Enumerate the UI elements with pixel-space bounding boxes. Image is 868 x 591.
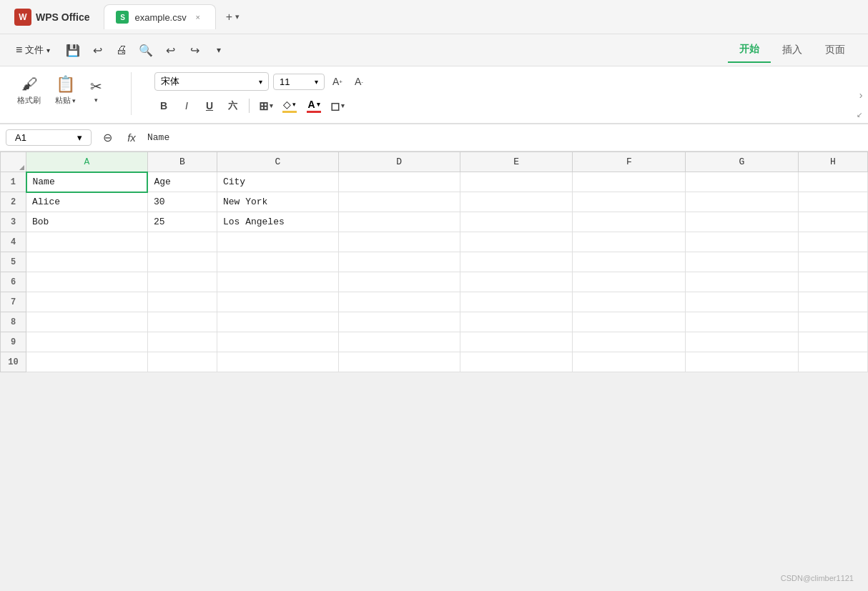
new-tab-button[interactable]: + ▾: [219, 6, 247, 28]
cell-r2-c1[interactable]: Alice: [26, 192, 148, 212]
cell-r8-c1[interactable]: [26, 312, 148, 332]
cell-r2-c2[interactable]: 30: [147, 192, 217, 212]
format-brush-button[interactable]: 🖌 格式刷: [11, 72, 46, 109]
cell-r6-c2[interactable]: [147, 272, 217, 292]
redo-icon[interactable]: ↪: [184, 40, 204, 60]
tab-page[interactable]: 页面: [814, 38, 857, 62]
tab-close-button[interactable]: ×: [192, 11, 204, 23]
cell-r7-c2[interactable]: [147, 292, 217, 312]
cell-r3-c3[interactable]: Los Angeles: [217, 212, 338, 232]
cell-r6-c5[interactable]: [460, 272, 573, 292]
col-header-d[interactable]: D: [338, 152, 460, 172]
cell-r9-c7[interactable]: [686, 332, 799, 352]
recover-icon[interactable]: ↩: [87, 40, 107, 60]
cell-r4-c2[interactable]: [147, 232, 217, 252]
bold-button[interactable]: B: [154, 96, 173, 115]
font-size-select[interactable]: 11 ▾: [273, 74, 325, 90]
cell-r3-c2[interactable]: 25: [147, 212, 217, 232]
cell-r6-c4[interactable]: [338, 272, 460, 292]
cell-r9-c2[interactable]: [147, 332, 217, 352]
cell-r5-c8[interactable]: [798, 252, 867, 272]
cell-r8-c5[interactable]: [460, 312, 573, 332]
cell-r1-c5[interactable]: [460, 172, 573, 192]
font-size-decrease-button[interactable]: A-: [350, 73, 368, 90]
cell-r7-c8[interactable]: [798, 292, 867, 312]
cell-r5-c2[interactable]: [147, 252, 217, 272]
more-toolbar-icon[interactable]: ▾: [209, 40, 229, 60]
cell-r10-c1[interactable]: [26, 352, 148, 372]
cell-r1-c6[interactable]: [573, 172, 686, 192]
cell-r3-c1[interactable]: Bob: [26, 212, 148, 232]
cell-r10-c4[interactable]: [338, 352, 460, 372]
cell-r1-c4[interactable]: [338, 172, 460, 192]
cell-r9-c5[interactable]: [460, 332, 573, 352]
formula-input[interactable]: [147, 132, 862, 143]
cell-r8-c3[interactable]: [217, 312, 338, 332]
borders-button[interactable]: ⊞ ▾: [257, 96, 275, 115]
cell-r7-c6[interactable]: [573, 292, 686, 312]
cell-r7-c1[interactable]: [26, 292, 148, 312]
highlight-color-button[interactable]: ◇▾: [280, 97, 300, 114]
cell-r4-c7[interactable]: [686, 232, 799, 252]
cell-r10-c3[interactable]: [217, 352, 338, 372]
cell-r7-c4[interactable]: [338, 292, 460, 312]
cell-r1-c1[interactable]: Name: [26, 172, 148, 192]
cell-r8-c7[interactable]: [686, 312, 799, 332]
font-name-select[interactable]: 宋体 ▾: [154, 72, 269, 91]
wps-logo[interactable]: W WPS Office: [6, 4, 98, 30]
cell-reference[interactable]: A1 ▾: [6, 129, 92, 146]
search-icon[interactable]: 🔍: [136, 40, 156, 60]
cell-r2-c8[interactable]: [798, 192, 867, 212]
cell-r3-c7[interactable]: [686, 212, 799, 232]
cell-r4-c8[interactable]: [798, 232, 867, 252]
cell-r8-c6[interactable]: [573, 312, 686, 332]
cell-r1-c8[interactable]: [798, 172, 867, 192]
cell-r2-c5[interactable]: [460, 192, 573, 212]
cell-r5-c1[interactable]: [26, 252, 148, 272]
cell-r2-c4[interactable]: [338, 192, 460, 212]
undo-icon[interactable]: ↩: [160, 40, 180, 60]
cell-r10-c7[interactable]: [686, 352, 799, 372]
col-header-b[interactable]: B: [147, 152, 217, 172]
file-tab[interactable]: S example.csv ×: [104, 4, 215, 29]
cell-r9-c8[interactable]: [798, 332, 867, 352]
cell-r2-c3[interactable]: New York: [217, 192, 338, 212]
cell-r10-c2[interactable]: [147, 352, 217, 372]
cell-r10-c8[interactable]: [798, 352, 867, 372]
italic-button[interactable]: I: [177, 96, 196, 115]
font-size-increase-button[interactable]: A+: [329, 73, 346, 90]
cell-r7-c3[interactable]: [217, 292, 338, 312]
cell-r5-c3[interactable]: [217, 252, 338, 272]
col-header-f[interactable]: F: [573, 152, 686, 172]
cell-r10-c6[interactable]: [573, 352, 686, 372]
cell-r1-c2[interactable]: Age: [147, 172, 217, 192]
cell-r10-c5[interactable]: [460, 352, 573, 372]
print-icon[interactable]: 🖨: [112, 40, 132, 60]
cell-r3-c5[interactable]: [460, 212, 573, 232]
cell-r9-c4[interactable]: [338, 332, 460, 352]
cell-r6-c1[interactable]: [26, 272, 148, 292]
clear-format-button[interactable]: ◻ ▾: [328, 96, 347, 115]
cell-r1-c3[interactable]: City: [217, 172, 338, 192]
new-tab-dropdown[interactable]: ▾: [235, 12, 240, 21]
cell-r4-c3[interactable]: [217, 232, 338, 252]
cell-r4-c6[interactable]: [573, 232, 686, 252]
col-header-h[interactable]: H: [798, 152, 867, 172]
cell-r7-c7[interactable]: [686, 292, 799, 312]
cell-r6-c6[interactable]: [573, 272, 686, 292]
cell-r6-c7[interactable]: [686, 272, 799, 292]
tab-start[interactable]: 开始: [728, 37, 771, 63]
cell-r5-c6[interactable]: [573, 252, 686, 272]
cell-r8-c8[interactable]: [798, 312, 867, 332]
cell-r9-c1[interactable]: [26, 332, 148, 352]
cell-r9-c3[interactable]: [217, 332, 338, 352]
file-menu[interactable]: ≡ 文件 ▾: [11, 41, 54, 59]
font-color-button[interactable]: A▾: [304, 97, 324, 114]
underline-button[interactable]: U: [200, 96, 219, 115]
zoom-formula-icon[interactable]: ⊖: [97, 128, 117, 148]
cell-r2-c7[interactable]: [686, 192, 799, 212]
cell-r3-c8[interactable]: [798, 212, 867, 232]
cell-r9-c6[interactable]: [573, 332, 686, 352]
cell-r3-c4[interactable]: [338, 212, 460, 232]
col-header-a[interactable]: A: [26, 152, 148, 172]
